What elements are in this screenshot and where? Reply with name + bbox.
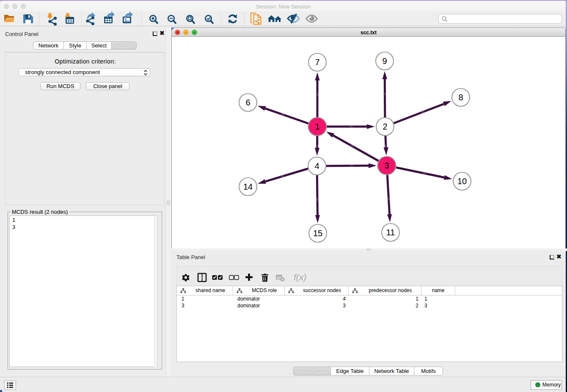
svg-text:1: 1 [315,122,319,131]
svg-text:8: 8 [458,93,463,102]
svg-text:f(x): f(x) [294,272,306,282]
svg-text:7: 7 [315,58,319,67]
svg-text:9: 9 [382,56,387,66]
svg-text:2: 2 [383,122,387,131]
svg-text:14: 14 [243,182,253,191]
svg-text:6: 6 [245,98,250,107]
svg-text:15: 15 [313,229,322,238]
svg-text:11: 11 [386,228,395,237]
svg-text:10: 10 [457,177,467,186]
svg-text:3: 3 [384,161,389,170]
svg-text:4: 4 [314,161,319,171]
